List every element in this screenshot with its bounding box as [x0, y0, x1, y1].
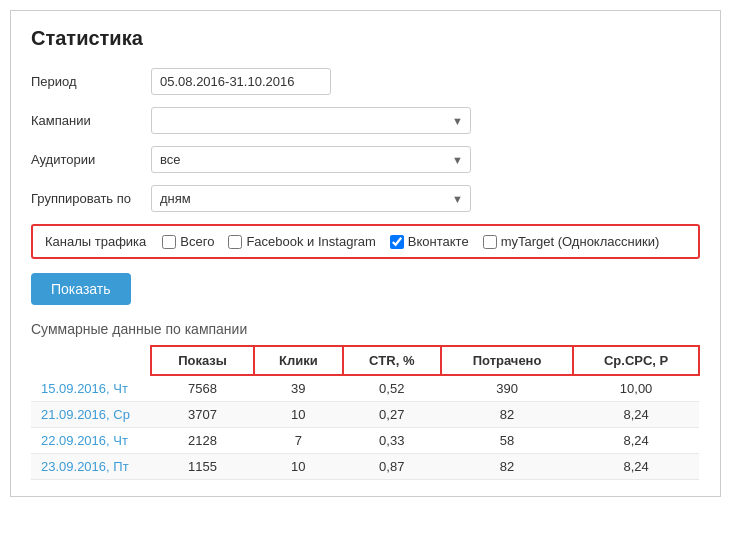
channel-mytarget-checkbox[interactable] [483, 235, 497, 249]
channel-all: Всего [162, 234, 214, 249]
cell-shows: 7568 [151, 375, 254, 402]
channel-vk-checkbox[interactable] [390, 235, 404, 249]
table-header: Показы Клики CTR, % Потрачено Ср.CPC, Р [31, 346, 699, 375]
cell-ctr: 0,87 [343, 454, 441, 480]
table-body: 15.09.2016, Чт 7568 39 0,52 390 10,00 21… [31, 375, 699, 480]
col-header-date [31, 346, 151, 375]
cell-ctr: 0,52 [343, 375, 441, 402]
audiences-select-wrapper: все ▼ [151, 146, 471, 173]
channel-mytarget-label[interactable]: myTarget (Одноклассники) [501, 234, 660, 249]
show-button[interactable]: Показать [31, 273, 131, 305]
cell-date: 23.09.2016, Пт [31, 454, 151, 480]
campaigns-select[interactable] [151, 107, 471, 134]
col-header-ctr: CTR, % [343, 346, 441, 375]
col-header-clicks: Клики [254, 346, 342, 375]
campaigns-row: Кампании ▼ [31, 107, 700, 134]
channel-vk-label[interactable]: Вконтакте [408, 234, 469, 249]
cell-ctr: 0,33 [343, 428, 441, 454]
channel-all-label[interactable]: Всего [180, 234, 214, 249]
channel-mytarget: myTarget (Одноклассники) [483, 234, 660, 249]
channel-fb-ig: Facebook и Instagram [228, 234, 375, 249]
cell-spent: 390 [441, 375, 573, 402]
channel-fb-ig-checkbox[interactable] [228, 235, 242, 249]
groupby-select[interactable]: дням [151, 185, 471, 212]
channel-fb-ig-label[interactable]: Facebook и Instagram [246, 234, 375, 249]
audiences-select[interactable]: все [151, 146, 471, 173]
table-row: 22.09.2016, Чт 2128 7 0,33 58 8,24 [31, 428, 699, 454]
cell-clicks: 10 [254, 402, 342, 428]
section-title: Суммарные данные по кампании [31, 321, 700, 337]
stats-table: Показы Клики CTR, % Потрачено Ср.CPC, Р … [31, 345, 700, 480]
cell-shows: 3707 [151, 402, 254, 428]
cell-ctr: 0,27 [343, 402, 441, 428]
groupby-row: Группировать по дням ▼ [31, 185, 700, 212]
cell-cpc: 8,24 [573, 454, 699, 480]
traffic-channels-row: Каналы трафика Всего Facebook и Instagra… [31, 224, 700, 259]
audiences-label: Аудитории [31, 152, 151, 167]
channel-all-checkbox[interactable] [162, 235, 176, 249]
cell-clicks: 7 [254, 428, 342, 454]
channel-vk: Вконтакте [390, 234, 469, 249]
period-label: Период [31, 74, 151, 89]
traffic-channels-label: Каналы трафика [45, 234, 146, 249]
table-row: 21.09.2016, Ср 3707 10 0,27 82 8,24 [31, 402, 699, 428]
campaigns-select-wrapper: ▼ [151, 107, 471, 134]
cell-spent: 82 [441, 402, 573, 428]
col-header-shows: Показы [151, 346, 254, 375]
period-input[interactable] [151, 68, 331, 95]
period-row: Период [31, 68, 700, 95]
cell-date: 22.09.2016, Чт [31, 428, 151, 454]
cell-date: 15.09.2016, Чт [31, 375, 151, 402]
cell-shows: 2128 [151, 428, 254, 454]
cell-shows: 1155 [151, 454, 254, 480]
cell-clicks: 39 [254, 375, 342, 402]
cell-clicks: 10 [254, 454, 342, 480]
cell-spent: 82 [441, 454, 573, 480]
cell-date: 21.09.2016, Ср [31, 402, 151, 428]
cell-cpc: 10,00 [573, 375, 699, 402]
page-wrapper: Статистика Период Кампании ▼ Аудитории в… [10, 10, 721, 497]
col-header-cpc: Ср.CPC, Р [573, 346, 699, 375]
groupby-label: Группировать по [31, 191, 151, 206]
table-row: 15.09.2016, Чт 7568 39 0,52 390 10,00 [31, 375, 699, 402]
cell-spent: 58 [441, 428, 573, 454]
col-header-spent: Потрачено [441, 346, 573, 375]
page-title: Статистика [31, 27, 700, 50]
cell-cpc: 8,24 [573, 402, 699, 428]
cell-cpc: 8,24 [573, 428, 699, 454]
audiences-row: Аудитории все ▼ [31, 146, 700, 173]
table-row: 23.09.2016, Пт 1155 10 0,87 82 8,24 [31, 454, 699, 480]
groupby-select-wrapper: дням ▼ [151, 185, 471, 212]
campaigns-label: Кампании [31, 113, 151, 128]
